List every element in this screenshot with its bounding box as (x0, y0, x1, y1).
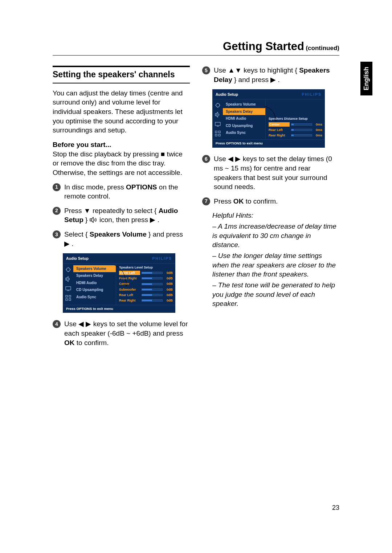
hints-heading: Helpful Hints: (212, 211, 339, 220)
svg-rect-0 (90, 219, 91, 221)
before-heading: Before you start... (53, 141, 111, 148)
osd-title: Audio Setup (66, 256, 89, 261)
general-icon (215, 102, 221, 108)
osd-row: Rear Right0dB (119, 298, 173, 303)
running-header: Getting Started (continued) (53, 40, 339, 58)
brand-logo: PHILIPS (152, 256, 172, 261)
osd-menu: Speakers Volume Speakers Delay HDMI Audi… (73, 264, 116, 305)
section-rule-top (53, 66, 190, 67)
preference-icon (215, 131, 221, 136)
step-bullet: 6 (202, 155, 210, 163)
step-6: 6 Use ◀ ▶ keys to set the delay times (0… (202, 154, 339, 192)
step-bullet: 4 (53, 320, 61, 328)
hint-item: – Use the longer delay time settings whe… (212, 251, 339, 279)
svg-point-8 (216, 103, 220, 107)
osd-menu-item: Audio Sync (223, 129, 265, 136)
osd-menu-item: HDMI Audio (223, 115, 265, 122)
svg-rect-14 (219, 134, 220, 136)
osd-speakers-volume: Audio Setup PHILIPS Speakers Volume Spea… (63, 253, 175, 313)
audio-icon (215, 112, 221, 118)
svg-rect-7 (69, 299, 71, 300)
osd-menu-item: Speakers Delay (73, 272, 116, 279)
svg-rect-12 (219, 131, 220, 133)
svg-rect-2 (66, 278, 67, 280)
language-tab: English (360, 62, 372, 95)
video-icon (65, 286, 71, 291)
step-bullet: 1 (53, 183, 61, 191)
step-4: 4 Use ◀ ▶ keys to set the volume level f… (53, 319, 190, 347)
callout-arrow-icon (113, 265, 126, 266)
hint-item: – A 1ms increase/decrease of delay time … (212, 222, 339, 250)
osd-icon-rail (63, 264, 73, 305)
right-icon: ▶ (64, 240, 70, 247)
svg-rect-13 (215, 134, 217, 136)
osd-row: Rear Left0ms (269, 128, 322, 132)
page: Getting Started (continued) Setting the … (53, 40, 339, 512)
osd-footer: Press OPTIONS to exit menu (213, 139, 324, 147)
header-rule (53, 55, 339, 56)
svg-rect-5 (69, 295, 71, 297)
svg-rect-6 (66, 299, 68, 300)
osd-menu-item: HDMI Audio (73, 279, 116, 287)
audio-icon (65, 276, 71, 282)
step-3: 3 Select { Speakers Volume } and press ▶… (53, 230, 190, 248)
right-icon: ▶ (86, 320, 91, 328)
down-icon: ▼ (84, 207, 91, 214)
osd-menu-item: Speakers Volume (223, 101, 265, 108)
svg-rect-4 (66, 295, 68, 297)
general-icon (65, 267, 71, 273)
helpful-hints: Helpful Hints: – A 1ms increase/decrease… (212, 211, 339, 308)
callout-arrow-icon (263, 106, 275, 107)
osd-menu: Speakers Volume Speakers Delay HDMI Audi… (223, 99, 266, 139)
svg-point-1 (66, 268, 70, 271)
step-5: 5 Use ▲▼ keys to highlight { Speakers De… (202, 66, 339, 84)
page-number: 23 (332, 504, 339, 512)
osd-menu-item: Audio Sync (73, 294, 116, 301)
step-bullet: 5 (202, 66, 210, 74)
hint-item: – The test tone will be generated to hel… (212, 280, 339, 308)
svg-rect-3 (66, 287, 71, 290)
right-icon: ▶ (235, 155, 241, 163)
osd-icon-rail (213, 99, 223, 139)
down-icon: ▼ (235, 66, 242, 74)
video-icon (215, 121, 221, 127)
step-1: 1 In disc mode, press OPTIONS on the rem… (53, 183, 190, 201)
osd-title: Audio Setup (216, 92, 238, 97)
right-column: 5 Use ▲▼ keys to highlight { Speakers De… (202, 66, 339, 352)
osd-row: Subwoofer0dB (119, 287, 173, 292)
svg-rect-9 (215, 114, 216, 116)
before-you-start: Before you start... Stop the disc playba… (53, 140, 190, 177)
osd-menu-item: CD Upsampling (223, 122, 265, 130)
right-icon: ▶ (270, 76, 276, 83)
left-icon: ◀ (78, 320, 84, 328)
osd-speakers-delay: Audio Setup PHILIPS Speakers Volume Spea… (212, 89, 325, 148)
up-icon: ▲ (228, 66, 235, 74)
left-icon: ◀ (228, 155, 233, 163)
section-title: Setting the speakers' channels (53, 69, 190, 80)
page-title-continued: (continued) (306, 45, 339, 52)
osd-menu-item: CD Upsampling (73, 286, 116, 294)
osd-menu-item: Speakers Delay (223, 108, 265, 115)
intro-paragraph: You can adjust the delay times (centre a… (53, 89, 190, 135)
right-icon: ▶ (150, 216, 155, 224)
preference-icon (65, 295, 71, 301)
page-title: Getting Started (223, 40, 304, 53)
osd-menu-item: Speakers Volume (73, 265, 116, 273)
osd-footer: Press OPTIONS to exit menu (63, 305, 175, 313)
svg-rect-11 (215, 131, 217, 133)
step-bullet: 3 (53, 230, 61, 238)
brand-logo: PHILIPS (302, 92, 322, 97)
speaker-icon (90, 216, 98, 222)
step-7: 7 Press OK to confirm. (202, 197, 339, 206)
section-rule-bottom (53, 83, 190, 83)
osd-row: Rear Left0dB (119, 293, 173, 297)
step-2: 2 Press ▼ repeatedly to select { Audio S… (53, 206, 190, 225)
stop-icon: ■ (161, 150, 165, 158)
left-column: Setting the speakers' channels You can a… (53, 66, 190, 352)
step-bullet: 7 (202, 197, 210, 205)
step-bullet: 2 (53, 207, 61, 215)
svg-rect-10 (215, 122, 220, 126)
osd-row: Center0ms (269, 122, 322, 127)
osd-row: Rear Right0ms (269, 133, 322, 138)
